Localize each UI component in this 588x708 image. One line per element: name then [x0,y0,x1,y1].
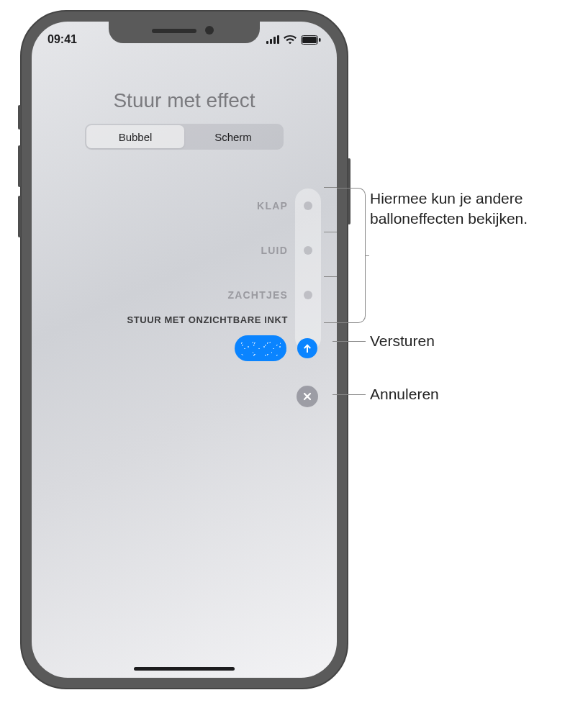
status-time: 09:41 [48,33,77,46]
close-icon [302,391,312,401]
callout-leader [324,187,337,188]
tab-scherm[interactable]: Scherm [184,125,282,148]
effect-label: KLAP [69,200,321,212]
wifi-icon [284,35,297,45]
svg-rect-2 [319,38,321,42]
callout-leader [333,394,366,395]
effect-option-onzichtbare-inkt[interactable]: STUUR MET ONZICHTBARE INKT [69,307,321,332]
volume-up-button [18,145,21,187]
notch [109,22,260,43]
effect-label: ZACHTJES [69,289,321,301]
callout-leader [333,341,366,342]
message-preview-row [69,332,321,364]
effect-option-luid[interactable]: LUID [69,237,321,263]
effect-option-klap[interactable]: KLAP [69,193,321,219]
effect-dot-icon [304,201,312,210]
svg-rect-1 [302,37,317,43]
cellular-signal-icon [266,35,279,44]
cancel-button[interactable] [297,386,318,407]
send-button[interactable] [297,338,317,358]
battery-icon [301,35,321,45]
message-bubble-preview [235,335,286,361]
callout-leader [324,322,337,323]
status-indicators [266,35,321,45]
effect-label: STUUR MET ONZICHTBARE INKT [69,314,321,325]
effect-label: LUID [69,245,321,256]
page-title: Stuur met effect [32,89,337,112]
volume-down-button [18,196,21,237]
invisible-ink-noise [239,340,282,357]
annotation-other-effects: Hiermee kun je andere balloneffecten bek… [370,189,586,230]
phone-frame: 09:41 Stuur met effect Bubbel Scherm [20,10,348,689]
effect-dot-icon [304,291,312,299]
silent-switch [18,105,21,130]
annotation-cancel: Annuleren [370,384,439,404]
callout-bracket [337,188,366,323]
callout-leader [324,276,337,277]
effect-dot-icon [304,246,312,255]
effect-type-segmented[interactable]: Bubbel Scherm [85,124,284,150]
callout-leader [324,232,337,232]
arrow-up-icon [302,342,313,354]
annotation-send: Versturen [370,331,435,351]
effect-option-zachtjes[interactable]: ZACHTJES [69,282,321,308]
tab-bubbel[interactable]: Bubbel [86,125,184,148]
screen: 09:41 Stuur met effect Bubbel Scherm [32,22,337,678]
home-indicator[interactable] [134,667,235,671]
